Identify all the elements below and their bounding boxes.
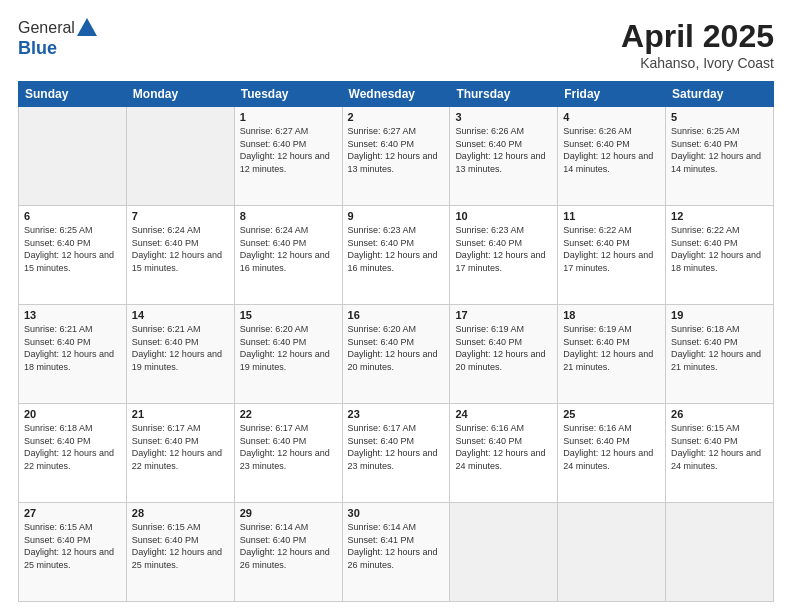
day-info: Sunrise: 6:15 AM Sunset: 6:40 PM Dayligh… — [24, 521, 121, 571]
day-cell: 9Sunrise: 6:23 AM Sunset: 6:40 PM Daylig… — [342, 206, 450, 305]
day-cell: 30Sunrise: 6:14 AM Sunset: 6:41 PM Dayli… — [342, 503, 450, 602]
day-number: 5 — [671, 111, 768, 123]
day-cell: 6Sunrise: 6:25 AM Sunset: 6:40 PM Daylig… — [19, 206, 127, 305]
day-number: 24 — [455, 408, 552, 420]
day-number: 7 — [132, 210, 229, 222]
day-info: Sunrise: 6:25 AM Sunset: 6:40 PM Dayligh… — [671, 125, 768, 175]
day-cell: 3Sunrise: 6:26 AM Sunset: 6:40 PM Daylig… — [450, 107, 558, 206]
day-number: 23 — [348, 408, 445, 420]
day-number: 2 — [348, 111, 445, 123]
day-number: 26 — [671, 408, 768, 420]
day-cell: 1Sunrise: 6:27 AM Sunset: 6:40 PM Daylig… — [234, 107, 342, 206]
day-number: 27 — [24, 507, 121, 519]
day-info: Sunrise: 6:24 AM Sunset: 6:40 PM Dayligh… — [240, 224, 337, 274]
header-day-friday: Friday — [558, 82, 666, 107]
day-cell: 24Sunrise: 6:16 AM Sunset: 6:40 PM Dayli… — [450, 404, 558, 503]
week-row-5: 27Sunrise: 6:15 AM Sunset: 6:40 PM Dayli… — [19, 503, 774, 602]
day-cell: 10Sunrise: 6:23 AM Sunset: 6:40 PM Dayli… — [450, 206, 558, 305]
day-cell: 21Sunrise: 6:17 AM Sunset: 6:40 PM Dayli… — [126, 404, 234, 503]
logo: General Blue — [18, 18, 97, 59]
day-info: Sunrise: 6:21 AM Sunset: 6:40 PM Dayligh… — [132, 323, 229, 373]
logo-triangle-icon — [77, 18, 97, 36]
header-day-thursday: Thursday — [450, 82, 558, 107]
header-day-wednesday: Wednesday — [342, 82, 450, 107]
page-title: April 2025 — [621, 18, 774, 55]
day-info: Sunrise: 6:20 AM Sunset: 6:40 PM Dayligh… — [348, 323, 445, 373]
day-number: 28 — [132, 507, 229, 519]
day-number: 12 — [671, 210, 768, 222]
day-cell: 2Sunrise: 6:27 AM Sunset: 6:40 PM Daylig… — [342, 107, 450, 206]
day-info: Sunrise: 6:15 AM Sunset: 6:40 PM Dayligh… — [132, 521, 229, 571]
day-number: 4 — [563, 111, 660, 123]
day-cell: 28Sunrise: 6:15 AM Sunset: 6:40 PM Dayli… — [126, 503, 234, 602]
day-cell: 11Sunrise: 6:22 AM Sunset: 6:40 PM Dayli… — [558, 206, 666, 305]
day-number: 1 — [240, 111, 337, 123]
day-cell: 4Sunrise: 6:26 AM Sunset: 6:40 PM Daylig… — [558, 107, 666, 206]
day-info: Sunrise: 6:23 AM Sunset: 6:40 PM Dayligh… — [455, 224, 552, 274]
day-cell: 20Sunrise: 6:18 AM Sunset: 6:40 PM Dayli… — [19, 404, 127, 503]
title-block: April 2025 Kahanso, Ivory Coast — [621, 18, 774, 71]
day-info: Sunrise: 6:23 AM Sunset: 6:40 PM Dayligh… — [348, 224, 445, 274]
day-cell: 13Sunrise: 6:21 AM Sunset: 6:40 PM Dayli… — [19, 305, 127, 404]
day-number: 9 — [348, 210, 445, 222]
day-cell — [666, 503, 774, 602]
day-cell: 23Sunrise: 6:17 AM Sunset: 6:40 PM Dayli… — [342, 404, 450, 503]
day-cell: 19Sunrise: 6:18 AM Sunset: 6:40 PM Dayli… — [666, 305, 774, 404]
day-cell: 16Sunrise: 6:20 AM Sunset: 6:40 PM Dayli… — [342, 305, 450, 404]
day-info: Sunrise: 6:18 AM Sunset: 6:40 PM Dayligh… — [24, 422, 121, 472]
calendar-page: General Blue April 2025 Kahanso, Ivory C… — [0, 0, 792, 612]
day-info: Sunrise: 6:15 AM Sunset: 6:40 PM Dayligh… — [671, 422, 768, 472]
week-row-2: 6Sunrise: 6:25 AM Sunset: 6:40 PM Daylig… — [19, 206, 774, 305]
day-info: Sunrise: 6:16 AM Sunset: 6:40 PM Dayligh… — [563, 422, 660, 472]
day-info: Sunrise: 6:24 AM Sunset: 6:40 PM Dayligh… — [132, 224, 229, 274]
day-number: 30 — [348, 507, 445, 519]
day-cell — [558, 503, 666, 602]
day-number: 11 — [563, 210, 660, 222]
week-row-1: 1Sunrise: 6:27 AM Sunset: 6:40 PM Daylig… — [19, 107, 774, 206]
day-info: Sunrise: 6:14 AM Sunset: 6:41 PM Dayligh… — [348, 521, 445, 571]
week-row-3: 13Sunrise: 6:21 AM Sunset: 6:40 PM Dayli… — [19, 305, 774, 404]
day-cell: 15Sunrise: 6:20 AM Sunset: 6:40 PM Dayli… — [234, 305, 342, 404]
day-info: Sunrise: 6:27 AM Sunset: 6:40 PM Dayligh… — [240, 125, 337, 175]
day-cell: 18Sunrise: 6:19 AM Sunset: 6:40 PM Dayli… — [558, 305, 666, 404]
logo-blue-text: Blue — [18, 38, 57, 58]
page-subtitle: Kahanso, Ivory Coast — [621, 55, 774, 71]
day-number: 15 — [240, 309, 337, 321]
week-row-4: 20Sunrise: 6:18 AM Sunset: 6:40 PM Dayli… — [19, 404, 774, 503]
day-number: 6 — [24, 210, 121, 222]
day-info: Sunrise: 6:25 AM Sunset: 6:40 PM Dayligh… — [24, 224, 121, 274]
day-number: 25 — [563, 408, 660, 420]
day-number: 20 — [24, 408, 121, 420]
day-cell: 5Sunrise: 6:25 AM Sunset: 6:40 PM Daylig… — [666, 107, 774, 206]
day-info: Sunrise: 6:22 AM Sunset: 6:40 PM Dayligh… — [563, 224, 660, 274]
day-number: 29 — [240, 507, 337, 519]
day-cell — [19, 107, 127, 206]
header-day-monday: Monday — [126, 82, 234, 107]
day-number: 19 — [671, 309, 768, 321]
day-number: 8 — [240, 210, 337, 222]
day-info: Sunrise: 6:14 AM Sunset: 6:40 PM Dayligh… — [240, 521, 337, 571]
day-info: Sunrise: 6:18 AM Sunset: 6:40 PM Dayligh… — [671, 323, 768, 373]
day-number: 3 — [455, 111, 552, 123]
day-info: Sunrise: 6:26 AM Sunset: 6:40 PM Dayligh… — [455, 125, 552, 175]
day-info: Sunrise: 6:17 AM Sunset: 6:40 PM Dayligh… — [240, 422, 337, 472]
day-cell: 22Sunrise: 6:17 AM Sunset: 6:40 PM Dayli… — [234, 404, 342, 503]
header-row: SundayMondayTuesdayWednesdayThursdayFrid… — [19, 82, 774, 107]
day-info: Sunrise: 6:21 AM Sunset: 6:40 PM Dayligh… — [24, 323, 121, 373]
calendar-table: SundayMondayTuesdayWednesdayThursdayFrid… — [18, 81, 774, 602]
day-info: Sunrise: 6:20 AM Sunset: 6:40 PM Dayligh… — [240, 323, 337, 373]
day-cell: 17Sunrise: 6:19 AM Sunset: 6:40 PM Dayli… — [450, 305, 558, 404]
day-cell — [450, 503, 558, 602]
day-cell: 29Sunrise: 6:14 AM Sunset: 6:40 PM Dayli… — [234, 503, 342, 602]
day-cell: 12Sunrise: 6:22 AM Sunset: 6:40 PM Dayli… — [666, 206, 774, 305]
header: General Blue April 2025 Kahanso, Ivory C… — [18, 18, 774, 71]
day-number: 17 — [455, 309, 552, 321]
day-number: 14 — [132, 309, 229, 321]
day-cell: 7Sunrise: 6:24 AM Sunset: 6:40 PM Daylig… — [126, 206, 234, 305]
day-number: 10 — [455, 210, 552, 222]
day-info: Sunrise: 6:22 AM Sunset: 6:40 PM Dayligh… — [671, 224, 768, 274]
day-number: 16 — [348, 309, 445, 321]
day-cell: 14Sunrise: 6:21 AM Sunset: 6:40 PM Dayli… — [126, 305, 234, 404]
day-cell: 26Sunrise: 6:15 AM Sunset: 6:40 PM Dayli… — [666, 404, 774, 503]
day-number: 13 — [24, 309, 121, 321]
